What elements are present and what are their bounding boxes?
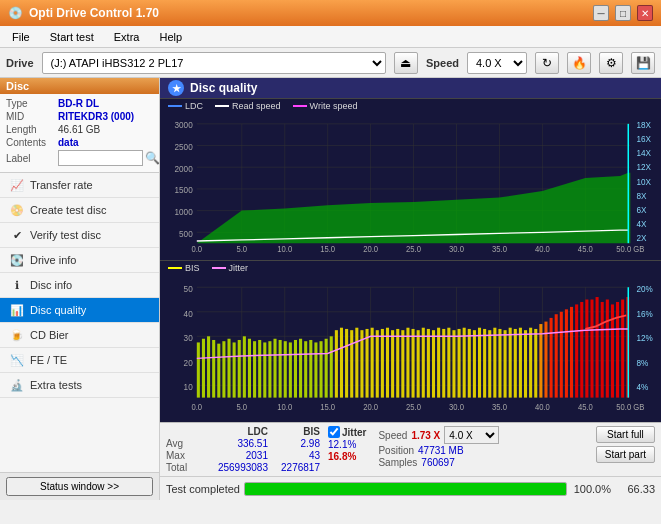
disc-label-input[interactable] xyxy=(58,150,143,166)
svg-rect-134 xyxy=(529,328,532,398)
svg-text:40: 40 xyxy=(184,308,193,319)
svg-rect-106 xyxy=(386,328,389,398)
menu-file[interactable]: File xyxy=(4,29,38,45)
stats-position-row: Position 47731 MB xyxy=(378,445,499,456)
main-layout: Disc Type BD-R DL MID RITEKDR3 (000) Len… xyxy=(0,78,661,500)
fe-te-icon: 📉 xyxy=(10,353,24,367)
top-chart-svg: 3000 2500 2000 1500 1000 500 18X 16X 14X… xyxy=(160,113,661,254)
stats-headers: LDC BIS xyxy=(166,426,320,437)
svg-rect-96 xyxy=(335,330,338,397)
svg-rect-97 xyxy=(340,328,343,398)
svg-rect-99 xyxy=(350,330,353,397)
sidebar: Disc Type BD-R DL MID RITEKDR3 (000) Len… xyxy=(0,78,160,500)
status-window-button[interactable]: Status window >> xyxy=(6,477,153,496)
stats-avg-ldc: 336.51 xyxy=(198,438,268,449)
svg-rect-112 xyxy=(417,330,420,397)
stats-samples-label: Samples xyxy=(378,457,417,468)
menu-start-test[interactable]: Start test xyxy=(42,29,102,45)
svg-rect-145 xyxy=(585,300,588,398)
svg-rect-73 xyxy=(217,344,220,398)
svg-text:12%: 12% xyxy=(636,333,652,344)
svg-text:12X: 12X xyxy=(636,162,651,172)
stats-jitter-header: Jitter xyxy=(328,426,366,438)
legend-read-speed-label: Read speed xyxy=(232,101,281,111)
burn-button[interactable]: 🔥 xyxy=(567,52,591,74)
stats-position-val: 47731 MB xyxy=(418,445,464,456)
svg-rect-124 xyxy=(478,328,481,398)
jitter-checkbox[interactable] xyxy=(328,426,340,438)
progress-bar-fill xyxy=(245,483,566,495)
eject-button[interactable]: ⏏ xyxy=(394,52,418,74)
stats-ldc-header: LDC xyxy=(198,426,268,437)
svg-text:4X: 4X xyxy=(636,219,646,229)
verify-test-disc-icon: ✔ xyxy=(10,228,24,242)
stats-jitter-avg: 12.1% xyxy=(328,439,366,450)
svg-rect-95 xyxy=(330,336,333,397)
progress-bar-container xyxy=(244,482,567,496)
svg-text:30.0: 30.0 xyxy=(449,245,464,254)
sidebar-item-create-test-disc[interactable]: 📀 Create test disc xyxy=(0,198,159,223)
drive-bar: Drive (J:) ATAPI iHBS312 2 PL17 ⏏ Speed … xyxy=(0,48,661,78)
sidebar-item-transfer-rate[interactable]: 📈 Transfer rate xyxy=(0,173,159,198)
status-right-val: 66.33 xyxy=(615,483,655,495)
sidebar-item-extra-tests[interactable]: 🔬 Extra tests xyxy=(0,373,159,398)
svg-text:30.0: 30.0 xyxy=(449,401,464,412)
sidebar-item-drive-info[interactable]: 💽 Drive info xyxy=(0,248,159,273)
disc-contents-row: Contents data xyxy=(6,137,160,148)
svg-text:25.0: 25.0 xyxy=(406,401,421,412)
start-full-button[interactable]: Start full xyxy=(596,426,655,443)
stats-samples-val: 760697 xyxy=(421,457,454,468)
svg-text:15.0: 15.0 xyxy=(320,245,335,254)
stats-speed-select[interactable]: 4.0 X xyxy=(444,426,499,444)
svg-rect-135 xyxy=(534,329,537,398)
stats-samples-row: Samples 760697 xyxy=(378,457,499,468)
svg-text:18X: 18X xyxy=(636,120,651,130)
sidebar-item-disc-quality[interactable]: 📊 Disc quality xyxy=(0,298,159,323)
close-button[interactable]: ✕ xyxy=(637,5,653,21)
sidebar-item-verify-test-disc[interactable]: ✔ Verify test disc xyxy=(0,223,159,248)
disc-quality-header-icon: ★ xyxy=(168,80,184,96)
minimize-button[interactable]: ─ xyxy=(593,5,609,21)
disc-contents-val: data xyxy=(58,137,79,148)
sidebar-item-disc-info[interactable]: ℹ Disc info xyxy=(0,273,159,298)
svg-rect-118 xyxy=(447,328,450,398)
stats-panel: LDC BIS Avg 336.51 2.98 Max 2031 43 Tota… xyxy=(160,422,661,476)
svg-text:14X: 14X xyxy=(636,148,651,158)
svg-rect-147 xyxy=(596,297,599,398)
svg-text:8X: 8X xyxy=(636,190,646,200)
disc-length-key: Length xyxy=(6,124,58,135)
svg-rect-88 xyxy=(294,340,297,398)
svg-text:40.0: 40.0 xyxy=(535,245,550,254)
title-bar-controls: ─ □ ✕ xyxy=(593,5,653,21)
svg-text:3000: 3000 xyxy=(175,120,193,130)
label-browse-icon[interactable]: 🔍 xyxy=(145,151,160,165)
chart-top: LDC Read speed Write speed xyxy=(160,99,661,261)
svg-rect-84 xyxy=(273,339,276,398)
speed-select[interactable]: 4.0 X xyxy=(467,52,527,74)
svg-rect-71 xyxy=(207,336,210,397)
sidebar-item-cd-bier[interactable]: 🍺 CD Bier xyxy=(0,323,159,348)
disc-quality-title: Disc quality xyxy=(190,81,257,95)
save-button[interactable]: 💾 xyxy=(631,52,655,74)
svg-text:4%: 4% xyxy=(636,382,648,393)
sidebar-menu: 📈 Transfer rate 📀 Create test disc ✔ Ver… xyxy=(0,173,159,472)
drive-select[interactable]: (J:) ATAPI iHBS312 2 PL17 xyxy=(42,52,386,74)
svg-rect-125 xyxy=(483,329,486,398)
svg-rect-86 xyxy=(284,341,287,397)
svg-text:15.0: 15.0 xyxy=(320,401,335,412)
menu-help[interactable]: Help xyxy=(151,29,190,45)
menu-bar: File Start test Extra Help xyxy=(0,26,661,48)
start-part-button[interactable]: Start part xyxy=(596,446,655,463)
maximize-button[interactable]: □ xyxy=(615,5,631,21)
legend-write-speed-label: Write speed xyxy=(310,101,358,111)
svg-text:10X: 10X xyxy=(636,176,651,186)
svg-rect-126 xyxy=(488,330,491,397)
menu-extra[interactable]: Extra xyxy=(106,29,148,45)
sidebar-item-fe-te[interactable]: 📉 FE / TE xyxy=(0,348,159,373)
settings-button[interactable]: ⚙ xyxy=(599,52,623,74)
stats-jitter-max: 16.8% xyxy=(328,451,366,462)
svg-rect-74 xyxy=(222,341,225,397)
svg-text:16%: 16% xyxy=(636,308,652,319)
svg-text:20: 20 xyxy=(184,357,193,368)
refresh-button[interactable]: ↻ xyxy=(535,52,559,74)
